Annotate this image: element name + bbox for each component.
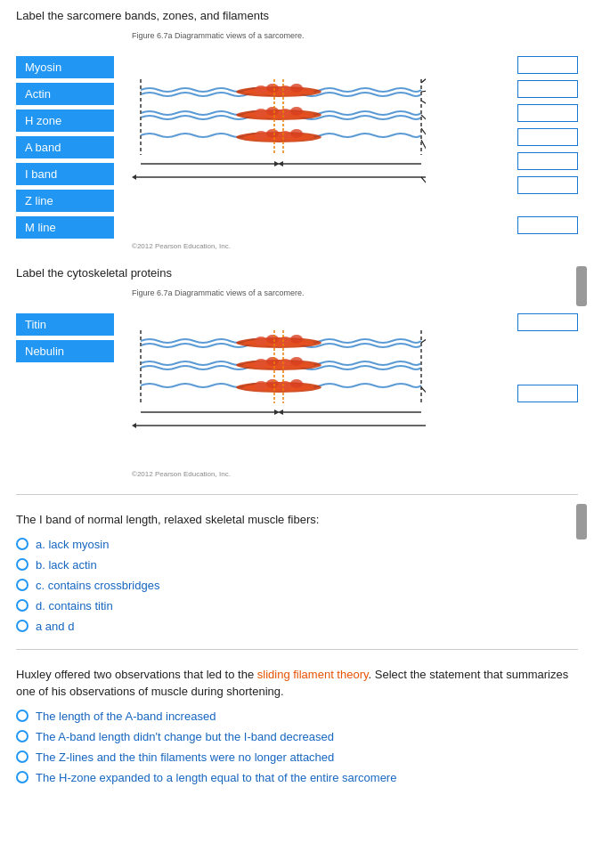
label-btn-zline[interactable]: Z line xyxy=(16,190,114,212)
svg-point-4 xyxy=(266,84,279,93)
answer-box-1-4[interactable] xyxy=(517,128,578,146)
answer-box-2-2[interactable] xyxy=(517,385,578,402)
label-btn-hzone[interactable]: H zone xyxy=(16,110,114,132)
label-btn-iband[interactable]: I band xyxy=(16,163,114,185)
label-btn-aband[interactable]: A band xyxy=(16,136,114,158)
q1-option-e[interactable]: a and d xyxy=(16,620,578,633)
answer-box-1-3[interactable] xyxy=(517,104,578,122)
scroll-indicator-2[interactable] xyxy=(576,504,587,539)
svg-point-40 xyxy=(255,337,267,345)
cytoskeletal-answer-boxes xyxy=(517,313,578,402)
answer-box-1-6[interactable] xyxy=(517,176,578,194)
sarcomere-bands-title: Label the sarcomere bands, zones, and fi… xyxy=(16,9,578,22)
svg-point-54 xyxy=(279,381,291,390)
radio-circle-q1d xyxy=(16,599,28,612)
svg-point-46 xyxy=(255,359,267,368)
label-btn-nebulin[interactable]: Nebulin xyxy=(16,340,114,362)
label-btn-actin[interactable]: Actin xyxy=(16,83,114,105)
q1-option-c[interactable]: c. contains crossbridges xyxy=(16,579,578,592)
svg-point-17 xyxy=(279,131,291,140)
answer-box-2-1[interactable] xyxy=(517,313,578,331)
svg-point-15 xyxy=(255,131,267,140)
svg-point-52 xyxy=(255,381,267,390)
radio-circle-q1a xyxy=(16,538,28,550)
svg-point-53 xyxy=(266,379,279,388)
svg-point-43 xyxy=(290,335,303,344)
svg-point-42 xyxy=(279,337,291,345)
question2-text: Huxley offered two observations that led… xyxy=(16,666,578,701)
svg-point-6 xyxy=(290,84,303,93)
q1-option-a[interactable]: a. lack myosin xyxy=(16,538,578,551)
svg-point-3 xyxy=(255,85,267,94)
divider-2 xyxy=(16,649,578,650)
svg-point-5 xyxy=(279,85,291,94)
radio-label-q2b: The A-band length didn't change but the … xyxy=(36,730,334,743)
svg-point-48 xyxy=(279,359,291,368)
svg-point-47 xyxy=(266,357,279,366)
radio-circle-q1b xyxy=(16,558,28,571)
svg-point-45 xyxy=(243,361,314,369)
sarcomere-bands-section: Label the sarcomere bands, zones, and fi… xyxy=(16,9,578,250)
label-btn-titin[interactable]: Titin xyxy=(16,313,114,336)
radio-circle-q2c xyxy=(16,750,28,763)
q2-option-b[interactable]: The A-band length didn't change but the … xyxy=(16,730,578,743)
answer-box-1-5[interactable] xyxy=(517,152,578,170)
radio-label-q1e: a and d xyxy=(36,620,74,633)
figure-caption-1: Figure 6.7a Diagrammatic views of a sarc… xyxy=(132,31,512,40)
radio-label-q1a: a. lack myosin xyxy=(36,538,109,551)
radio-circle-q1e xyxy=(16,620,28,632)
svg-rect-0 xyxy=(132,44,426,208)
question2-section: Huxley offered two observations that led… xyxy=(16,659,578,784)
radio-circle-q2a xyxy=(16,710,28,722)
q2-option-c[interactable]: The Z-lines and the thin filaments were … xyxy=(16,750,578,764)
sarcomere-svg-2 xyxy=(132,301,426,457)
radio-label-q1c: c. contains crossbridges xyxy=(36,579,159,592)
svg-point-51 xyxy=(243,384,314,391)
svg-point-9 xyxy=(255,109,267,118)
cytoskeletal-section: Label the cytoskeletal proteins Titin Ne… xyxy=(16,266,578,478)
svg-point-18 xyxy=(290,129,303,138)
answer-box-1-2[interactable] xyxy=(517,80,578,98)
svg-point-12 xyxy=(290,107,303,116)
q2-option-d[interactable]: The H-zone expanded to a length equal to… xyxy=(16,771,578,784)
question1-section: The I band of normal length, relaxed ske… xyxy=(16,504,578,633)
svg-point-55 xyxy=(290,379,303,388)
label-btn-myosin[interactable]: Myosin xyxy=(16,56,114,78)
cytoskeletal-row: Titin Nebulin Figure 6.7a Diagrammatic v… xyxy=(16,288,578,466)
radio-circle-q1c xyxy=(16,579,28,591)
figure-caption-2: Figure 6.7a Diagrammatic views of a sarc… xyxy=(132,288,512,297)
question1-text: The I band of normal length, relaxed ske… xyxy=(16,511,578,529)
cytoskeletal-label-buttons: Titin Nebulin xyxy=(16,313,123,362)
svg-point-16 xyxy=(266,129,279,138)
radio-label-q2a: The length of the A-band increased xyxy=(36,710,216,723)
sarcomere-bands-row: Myosin Actin H zone A band I band Z line… xyxy=(16,31,578,239)
svg-point-10 xyxy=(266,107,279,116)
q2-text-highlight: sliding filament theory xyxy=(257,668,369,681)
svg-rect-37 xyxy=(132,301,426,457)
q1-option-d[interactable]: d. contains titin xyxy=(16,599,578,612)
answer-box-1-7[interactable] xyxy=(517,216,578,234)
sarcomere-label-buttons: Myosin Actin H zone A band I band Z line… xyxy=(16,56,123,239)
svg-point-2 xyxy=(243,88,314,95)
sarcomere-diagram-2: Figure 6.7a Diagrammatic views of a sarc… xyxy=(132,288,512,466)
q1-option-b[interactable]: b. lack actin xyxy=(16,558,578,572)
svg-point-11 xyxy=(279,109,291,118)
q2-option-a[interactable]: The length of the A-band increased xyxy=(16,710,578,723)
copyright-1: ©2012 Pearson Education, Inc. xyxy=(132,242,578,250)
copyright-2: ©2012 Pearson Education, Inc. xyxy=(132,470,578,478)
answer-box-1-1[interactable] xyxy=(517,56,578,74)
radio-label-q2d: The H-zone expanded to a length equal to… xyxy=(36,771,396,784)
sarcomere-answer-boxes-1 xyxy=(517,56,578,234)
svg-point-41 xyxy=(266,335,279,344)
svg-point-8 xyxy=(243,111,314,118)
divider-1 xyxy=(16,494,578,495)
radio-label-q2c: The Z-lines and the thin filaments were … xyxy=(36,750,334,764)
label-btn-mline[interactable]: M line xyxy=(16,216,114,239)
radio-label-q1d: d. contains titin xyxy=(36,599,113,612)
scroll-indicator-1[interactable] xyxy=(576,266,587,306)
radio-circle-q2d xyxy=(16,771,28,783)
svg-point-14 xyxy=(243,134,314,141)
svg-point-39 xyxy=(243,339,314,346)
radio-label-q1b: b. lack actin xyxy=(36,558,97,572)
q2-text-normal-1: Huxley offered two observations that led… xyxy=(16,668,257,681)
